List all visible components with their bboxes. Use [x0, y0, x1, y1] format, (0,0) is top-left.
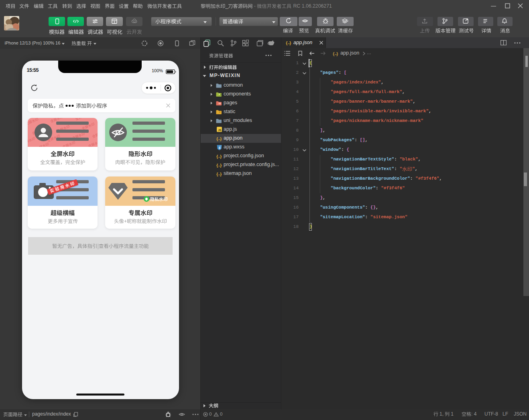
svg-text:{: { [216, 154, 218, 158]
svg-text:}: } [220, 171, 222, 176]
svg-text:}: } [220, 154, 222, 158]
svg-text:{: { [216, 162, 218, 167]
svg-text:{: { [216, 136, 218, 141]
svg-text:}: } [220, 162, 222, 167]
svg-text:}: } [220, 136, 222, 141]
svg-text:{: { [216, 171, 218, 176]
svg-text:{: { [286, 41, 288, 45]
svg-text:}: } [289, 41, 291, 45]
svg-text:JS: JS [218, 129, 222, 132]
svg-text:{: { [333, 51, 335, 56]
svg-text:3: 3 [218, 146, 220, 150]
svg-text:}: } [336, 51, 338, 56]
